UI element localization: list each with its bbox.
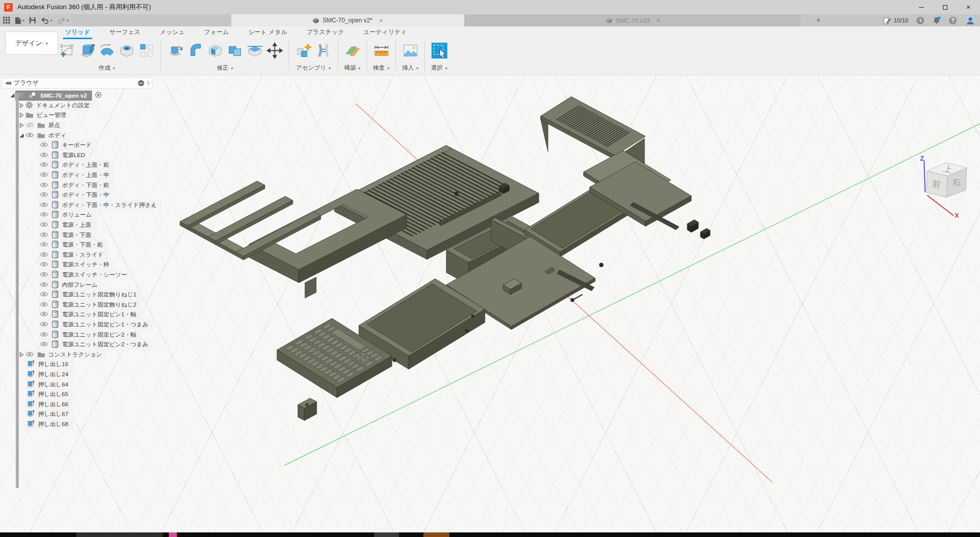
part-small-pin[interactable] — [599, 263, 603, 267]
tree-item-label[interactable]: 押し出し66 — [38, 401, 68, 408]
save-button[interactable] — [29, 17, 36, 24]
tree-row-body-19[interactable]: 内部フレーム — [1, 280, 154, 290]
visibility-eye-icon[interactable] — [25, 351, 34, 359]
create-sketch-button[interactable] — [58, 40, 76, 61]
tab-close-icon[interactable]: × — [379, 17, 383, 24]
fillet-button[interactable] — [186, 40, 204, 61]
help-icon[interactable]: ? — [948, 16, 957, 25]
tree-row-settings-1[interactable]: ドキュメントの設定 — [1, 101, 154, 111]
visibility-eye-off-icon[interactable] — [25, 122, 34, 129]
tree-item-label[interactable]: 電源・下面・前 — [62, 241, 103, 249]
part-screw[interactable] — [571, 299, 574, 302]
tree-item-label[interactable]: ボディ・上面・前 — [62, 161, 109, 169]
expander-closed-icon[interactable] — [18, 123, 24, 128]
tree-item-label[interactable]: 内部フレーム — [62, 281, 98, 289]
visibility-eye-icon[interactable] — [40, 152, 48, 159]
new-tab-button[interactable]: + — [812, 15, 824, 25]
maximize-button[interactable] — [933, 0, 957, 14]
visibility-eye-icon[interactable] — [40, 171, 48, 179]
panel-grip[interactable]: ‖ — [147, 80, 149, 86]
ribbon-tab-6[interactable]: ユーティリティ — [360, 27, 410, 39]
tree-row-body-18[interactable]: 電源スイッチ・シーソー — [1, 270, 154, 280]
visibility-eye-icon[interactable] — [40, 221, 48, 229]
undo-button[interactable]: ▾ — [41, 17, 52, 24]
tree-item-label[interactable]: 電源・下面 — [62, 231, 91, 239]
tree-row-body-9[interactable]: ボディ・下面・前 — [1, 180, 154, 190]
tree-row-body-8[interactable]: ボディ・上面・中 — [1, 170, 154, 181]
tree-item-label[interactable]: ボディ・下面・中・スライド押さえ — [62, 201, 157, 209]
tree-item-label[interactable]: 電源・上面 — [62, 221, 91, 229]
tree-row-folder-26[interactable]: コンストラクション — [1, 349, 154, 360]
tree-item-label[interactable]: ドキュメントの設定 — [36, 102, 89, 109]
notifications-bell-icon[interactable] — [932, 16, 941, 25]
user-avatar[interactable] — [965, 15, 976, 26]
tree-item-label[interactable]: 押し出し16 — [38, 361, 68, 368]
browser-scrollbar[interactable] — [16, 93, 19, 488]
extrude-button[interactable] — [78, 40, 96, 61]
minimize-button[interactable] — [910, 0, 933, 14]
select-button[interactable] — [430, 40, 448, 61]
tree-row-body-15[interactable]: 電源・下面・前 — [1, 240, 154, 250]
tree-item-label[interactable]: ボディ・下面・前 — [62, 182, 109, 189]
visibility-eye-icon[interactable] — [40, 191, 48, 199]
visibility-eye-icon[interactable] — [40, 341, 48, 348]
tree-item-label[interactable]: 電源ユニット固定ピン2・軸 — [62, 331, 136, 339]
group-assemble-label[interactable]: アセンブリ ▾ — [296, 64, 330, 72]
move-button[interactable] — [265, 40, 284, 61]
tree-item-label[interactable]: ボディ・下面・中 — [62, 191, 109, 199]
tree-row-feature-32[interactable]: 押し出し67 — [1, 409, 154, 420]
tree-row-body-21[interactable]: 電源ユニット固定飾りねじ2 — [1, 300, 154, 310]
document-tab-active[interactable]: SMC-70_open v2* × — [231, 14, 464, 26]
visibility-eye-icon[interactable] — [40, 141, 48, 149]
tree-row-feature-28[interactable]: 押し出し24 — [1, 370, 154, 380]
new-component-button[interactable] — [294, 40, 313, 61]
tree-item-label[interactable]: ビュー管理 — [37, 111, 66, 119]
tree-item-label[interactable]: キーボード — [62, 141, 91, 149]
part-screw[interactable] — [471, 315, 474, 318]
tree-item-label[interactable]: 電源ユニット固定ピン1・軸 — [62, 311, 136, 318]
visibility-eye-icon[interactable] — [25, 132, 34, 139]
insert-button[interactable] — [401, 40, 419, 61]
combine-button[interactable] — [226, 40, 244, 61]
revolve-button[interactable] — [98, 40, 116, 61]
tree-row-feature-31[interactable]: 押し出し66 — [1, 399, 154, 409]
tree-item-label[interactable]: 電源LED — [62, 152, 85, 159]
expander-closed-icon[interactable] — [18, 103, 24, 108]
tree-item-label[interactable]: 電源ユニット固定飾りねじ1 — [62, 291, 136, 299]
ribbon-tab-0[interactable]: ソリッド — [62, 27, 93, 39]
tree-row-folder-4[interactable]: ボディ — [1, 130, 154, 140]
collapse-panel-icon[interactable]: ◀◀ — [5, 80, 10, 85]
remove-panel-icon[interactable] — [138, 80, 144, 86]
tree-row-body-13[interactable]: 電源・上面 — [1, 220, 154, 230]
group-construct-label[interactable]: 構築 ▾ — [344, 64, 360, 72]
tree-row-body-20[interactable]: 電源ユニット固定飾りねじ1 — [1, 290, 154, 300]
tree-row-body-22[interactable]: 電源ユニット固定ピン1・軸 — [1, 310, 154, 320]
tree-row-folder-3[interactable]: 原点 — [1, 121, 154, 131]
save-counter[interactable]: 10/10 — [883, 17, 908, 24]
hole-button[interactable] — [117, 40, 136, 61]
document-tab-inactive[interactable]: SMC-70 v33 × — [465, 15, 801, 26]
tree-item-label[interactable]: 電源ユニット固定ピン2・つまみ — [62, 341, 148, 348]
visibility-eye-icon[interactable] — [40, 321, 48, 329]
part-bracket-hole[interactable] — [305, 403, 309, 406]
tree-row-body-14[interactable]: 電源・下面 — [1, 230, 154, 240]
tree-item-label[interactable]: 電源・スライド — [62, 251, 104, 259]
group-inspect-label[interactable]: 検査 ▾ — [373, 64, 389, 72]
ribbon-tab-4[interactable]: シート メタル — [245, 27, 290, 39]
press-pull-button[interactable] — [166, 40, 185, 61]
visibility-eye-icon[interactable] — [40, 231, 48, 239]
expander-open-icon[interactable] — [18, 133, 24, 138]
tree-row-body-17[interactable]: 電源スイッチ・枠 — [1, 260, 154, 270]
tree-row-body-25[interactable]: 電源ユニット固定ピン2・つまみ — [1, 340, 154, 350]
tree-item-label[interactable]: ボディ・上面・中 — [62, 171, 109, 179]
view-cube[interactable]: Z X 上 前 右 — [905, 152, 980, 218]
part-small-pin[interactable] — [454, 192, 458, 196]
visibility-eye-icon[interactable] — [40, 182, 48, 189]
ribbon-tab-1[interactable]: サーフェス — [106, 27, 143, 39]
tree-item-label[interactable]: 押し出し64 — [38, 381, 68, 389]
tree-row-body-16[interactable]: 電源・スライド — [1, 250, 154, 260]
redo-button[interactable]: ▾ — [57, 17, 69, 24]
visibility-eye-icon[interactable] — [40, 331, 48, 339]
expander-closed-icon[interactable] — [18, 352, 24, 357]
part-small-pin[interactable] — [393, 359, 396, 362]
